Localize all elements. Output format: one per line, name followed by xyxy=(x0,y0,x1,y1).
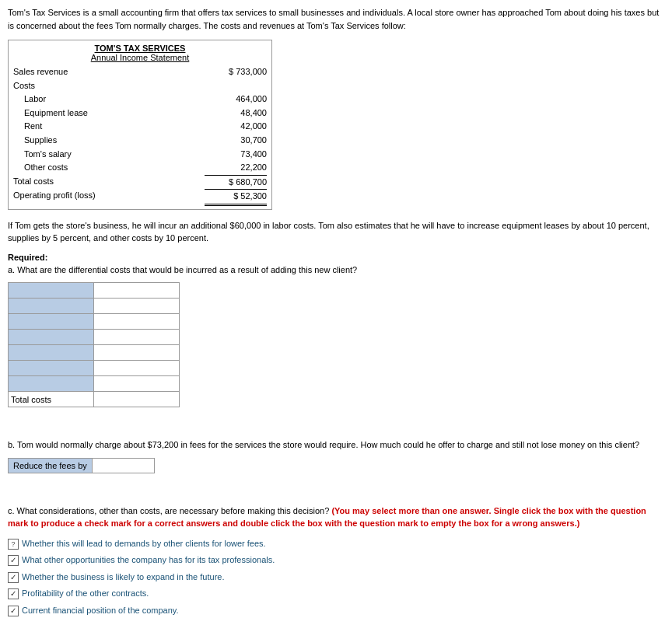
income-statement: TOM'S TAX SERVICES Annual Income Stateme… xyxy=(8,40,272,210)
is-rent-value: 42,000 xyxy=(205,120,267,134)
is-salary-value: 73,400 xyxy=(205,148,267,162)
is-equip-value: 48,400 xyxy=(205,106,267,120)
is-total-label: Total costs xyxy=(13,175,205,190)
is-labor-value: 464,000 xyxy=(205,93,267,106)
checkbox-label-opt1: Whether this will lead to demands by oth… xyxy=(22,538,266,550)
is-supplies-label: Supplies xyxy=(13,134,205,148)
part-a-value-cell[interactable] xyxy=(94,299,180,314)
is-profit-value: $ 52,300 xyxy=(205,189,267,206)
checkbox-opt1[interactable]: ? xyxy=(8,539,19,550)
table-row xyxy=(9,376,180,392)
is-supplies-value: 30,700 xyxy=(205,134,267,148)
part-a-value-cell[interactable] xyxy=(94,376,180,392)
is-costs-label: Costs xyxy=(13,79,267,93)
is-salary-label: Tom's salary xyxy=(13,148,205,162)
table-row xyxy=(9,299,180,314)
reduce-fees-input[interactable] xyxy=(93,458,155,473)
part-a-value-cell[interactable] xyxy=(94,345,180,361)
part-a-label-cell[interactable] xyxy=(9,361,94,376)
table-row xyxy=(9,314,180,330)
checkbox-item-opt5: ✓Current financial position of the compa… xyxy=(8,605,664,616)
checkbox-opt2[interactable]: ✓ xyxy=(8,555,19,566)
table-row xyxy=(9,361,180,376)
part-a-label-cell[interactable] xyxy=(9,376,94,392)
is-profit-label: Operating profit (loss) xyxy=(13,189,205,206)
part-a-question: a. What are the differential costs that … xyxy=(8,264,664,277)
part-a-answer-table: Total costs xyxy=(8,282,180,407)
is-labor-label: Labor xyxy=(13,93,205,106)
is-rent-row: Rent 42,000 xyxy=(13,120,267,134)
checkbox-item-opt4: ✓Profitability of the other contracts. xyxy=(8,588,664,599)
checkbox-item-opt3: ✓Whether the business is likely to expan… xyxy=(8,571,664,583)
part-a-value-cell[interactable] xyxy=(94,330,180,345)
is-equip-row: Equipment lease 48,400 xyxy=(13,106,267,120)
reduce-fees-row: Reduce the fees by xyxy=(8,458,664,473)
checkbox-opt5[interactable]: ✓ xyxy=(8,606,19,616)
table-row xyxy=(9,283,180,299)
checkbox-label-opt4: Profitability of the other contracts. xyxy=(22,588,149,599)
is-labor-row: Labor 464,000 xyxy=(13,93,267,106)
part-a-label-cell[interactable] xyxy=(9,330,94,345)
checkbox-opt3[interactable]: ✓ xyxy=(8,572,19,583)
checkbox-item-opt1: ?Whether this will lead to demands by ot… xyxy=(8,538,664,550)
is-supplies-row: Supplies 30,700 xyxy=(13,134,267,148)
is-sales-row: Sales revenue $ 733,000 xyxy=(13,65,267,79)
is-rent-label: Rent xyxy=(13,120,205,134)
checkbox-label-opt3: Whether the business is likely to expand… xyxy=(22,571,224,583)
is-salary-row: Tom's salary 73,400 xyxy=(13,148,267,162)
part-c-options: ?Whether this will lead to demands by ot… xyxy=(8,538,664,616)
part-a-total-label: Total costs xyxy=(9,392,94,407)
is-profit-row: Operating profit (loss) $ 52,300 xyxy=(13,189,267,206)
part-a-value-cell[interactable] xyxy=(94,314,180,330)
part-c-question: c. What considerations, other than costs… xyxy=(8,506,329,515)
part-b-text: b. Tom would normally charge about $73,2… xyxy=(8,438,664,452)
part-a-total-row: Total costs xyxy=(9,392,180,407)
part-a-label-cell[interactable] xyxy=(9,345,94,361)
checkbox-label-opt5: Current financial position of the compan… xyxy=(22,605,179,616)
intro-paragraph: Tom's Tax Services is a small accounting… xyxy=(8,6,664,32)
is-other-label: Other costs xyxy=(13,161,205,175)
is-sales-value: $ 733,000 xyxy=(205,65,267,79)
reduce-fees-label: Reduce the fees by xyxy=(8,458,93,473)
required-label: Required: xyxy=(8,253,664,262)
is-equip-label: Equipment lease xyxy=(13,106,205,120)
checkbox-label-opt2: What other opportunities the company has… xyxy=(22,554,275,566)
part-a-total-value[interactable] xyxy=(94,392,180,407)
part-a-label-cell[interactable] xyxy=(9,314,94,330)
is-total-row: Total costs $ 680,700 xyxy=(13,175,267,190)
scenario-text: If Tom gets the store's business, he wil… xyxy=(8,219,664,245)
is-other-row: Other costs 22,200 xyxy=(13,161,267,175)
table-row xyxy=(9,345,180,361)
is-subtitle: Annual Income Statement xyxy=(13,53,267,62)
part-c-text: c. What considerations, other than costs… xyxy=(8,505,664,530)
checkbox-item-opt2: ✓What other opportunities the company ha… xyxy=(8,554,664,566)
is-other-value: 22,200 xyxy=(205,161,267,175)
part-a-label-cell[interactable] xyxy=(9,283,94,299)
is-title: TOM'S TAX SERVICES xyxy=(13,44,267,53)
is-costs-header: Costs xyxy=(13,79,267,93)
checkbox-opt4[interactable]: ✓ xyxy=(8,588,19,599)
table-row xyxy=(9,330,180,345)
is-total-value: $ 680,700 xyxy=(205,175,267,190)
is-sales-label: Sales revenue xyxy=(13,65,205,79)
part-a-value-cell[interactable] xyxy=(94,283,180,299)
part-a-label-cell[interactable] xyxy=(9,299,94,314)
part-a-value-cell[interactable] xyxy=(94,361,180,376)
